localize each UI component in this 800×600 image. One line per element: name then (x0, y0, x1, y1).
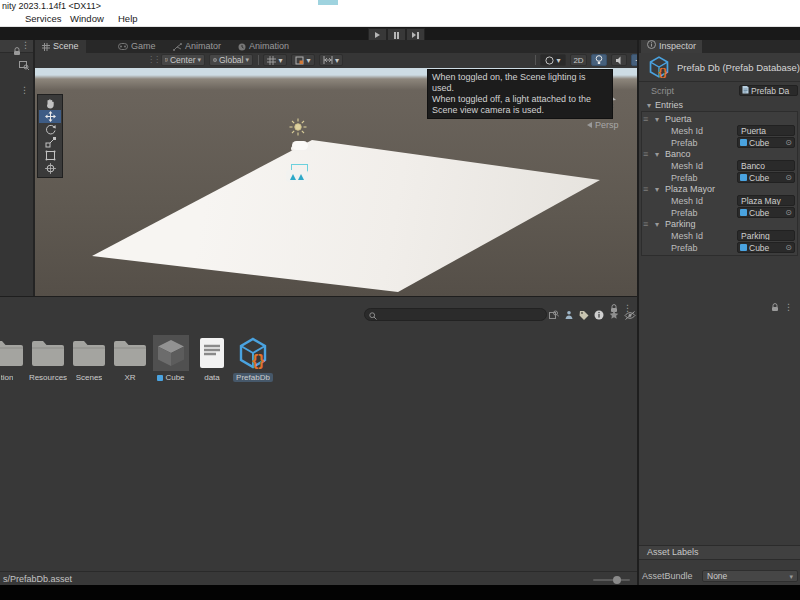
transform-tool[interactable] (39, 162, 61, 175)
overflow-menu-icon[interactable]: ⋮ (20, 86, 29, 95)
script-field[interactable]: Prefab Da (739, 85, 798, 96)
move-tool[interactable] (39, 110, 61, 123)
thumbnail-zoom-slider[interactable] (593, 579, 630, 581)
foldout-arrow-icon[interactable]: ▾ (655, 150, 659, 160)
search-input[interactable] (380, 310, 530, 320)
prefab-object-field[interactable]: Cube ⊙ (737, 207, 795, 218)
project-item[interactable]: {} Resources (28, 335, 68, 382)
grid-icon (267, 56, 276, 65)
object-picker-icon[interactable]: ⊙ (785, 243, 792, 253)
grid-visibility-dropdown[interactable]: ▾ (263, 54, 287, 66)
prefab-object-field[interactable]: Cube ⊙ (737, 172, 795, 183)
prefab-object-field[interactable]: Cube ⊙ (737, 242, 795, 253)
menu-services[interactable]: Services (25, 12, 61, 26)
project-item[interactable]: {} Scenes (69, 335, 109, 382)
entries-foldout[interactable]: ▾ Entries (647, 100, 683, 110)
project-item[interactable]: {} data (192, 335, 232, 382)
audio-toggle[interactable] (611, 54, 627, 66)
project-item-label: tion (1, 373, 14, 382)
inspector-entry: ≡ ▾ Banco Mesh Id Banco Prefab Cube ⊙ (642, 149, 797, 184)
menu-window[interactable]: Window (70, 12, 104, 26)
entry-name: Plaza Mayor (665, 184, 715, 195)
info-icon[interactable] (594, 306, 604, 324)
inspector-mid-controls: ⋮ (771, 298, 793, 316)
project-item[interactable]: {} PrefabDb (233, 335, 273, 382)
step-icon (412, 32, 416, 38)
persp-arrow-icon (587, 122, 592, 128)
object-picker-icon[interactable]: ⊙ (785, 138, 792, 148)
object-picker-icon[interactable]: ⊙ (785, 208, 792, 218)
panel-menu-icon[interactable]: ⋮ (21, 41, 30, 50)
foldout-arrow-icon[interactable]: ▾ (655, 115, 659, 125)
sun-light-gizmo-icon[interactable] (289, 118, 307, 140)
light-bulb-icon (595, 55, 603, 65)
menu-help[interactable]: Help (118, 12, 138, 26)
tab-game[interactable]: Game (111, 40, 163, 53)
mesh-id-field[interactable]: Banco (737, 160, 795, 171)
overlay-drag-handle[interactable]: ⋮⋮ (147, 55, 159, 64)
tab-inspector[interactable]: Inspector (641, 40, 702, 53)
toggle-2d-button[interactable]: 2D (570, 54, 587, 66)
panel-menu-icon[interactable]: ⋮ (784, 303, 793, 312)
favorites-star-icon[interactable] (609, 306, 619, 324)
asset-labels-header[interactable]: Asset Labels (639, 545, 800, 560)
inspector-tab-icon (647, 40, 656, 53)
object-picker-icon[interactable]: ⊙ (785, 173, 792, 183)
drag-handle-icon[interactable]: ≡ (643, 114, 648, 125)
drag-handle-icon[interactable]: ≡ (643, 219, 648, 230)
scale-tool[interactable] (39, 136, 61, 149)
mesh-id-field[interactable]: Puerta (737, 125, 795, 136)
slider-thumb[interactable] (613, 576, 621, 584)
project-item-label: Cube (165, 373, 184, 382)
prefab-cube-icon (740, 244, 747, 251)
hidden-count-eye-icon[interactable] (624, 306, 636, 324)
foldout-arrow-icon[interactable]: ▾ (655, 220, 659, 230)
tab-animation[interactable]: Animation (231, 40, 296, 53)
window-title: nity 2023.1.14f1 <DX11> (2, 0, 101, 12)
project-item[interactable]: {} Cube (151, 335, 191, 382)
orientation-dropdown[interactable]: Global▾ (209, 54, 253, 66)
grid-snap-dropdown[interactable]: ▾ (319, 54, 343, 66)
draw-mode-dropdown[interactable]: ▾ (540, 54, 566, 66)
entry-name: Puerta (665, 114, 692, 125)
prefab-label: Prefab (671, 173, 698, 183)
pivot-mode-dropdown[interactable]: Center▾ (161, 54, 205, 66)
scene-lighting-toggle[interactable] (591, 54, 607, 66)
tab-scene[interactable]: Scene (35, 40, 86, 53)
snap-settings-dropdown[interactable]: ▾ (291, 54, 315, 66)
project-item-label: Resources (29, 373, 67, 382)
chevron-down-icon: ▾ (789, 571, 793, 582)
folder-icon (112, 338, 148, 368)
project-search[interactable] (364, 308, 547, 321)
mesh-id-field[interactable]: Parking (737, 230, 795, 241)
project-item[interactable]: {} tion (0, 335, 27, 382)
drag-handle-icon[interactable]: ≡ (643, 149, 648, 160)
scriptable-object-icon: {} (236, 336, 270, 370)
project-item[interactable]: {} XR (110, 335, 150, 382)
asset-thumbnail: {} (153, 335, 189, 371)
assetbundle-dropdown[interactable]: None ▾ (702, 570, 798, 582)
scene-viewport[interactable]: z Persp When toggled on, the Scene light… (35, 68, 637, 296)
search-by-type-icon[interactable] (564, 306, 574, 324)
camera-gizmo-icon[interactable] (286, 170, 308, 182)
rect-tool[interactable] (39, 149, 61, 162)
lock-icon[interactable] (771, 298, 779, 316)
open-search-icon[interactable] (549, 306, 559, 324)
asset-header: {} Prefab Db (Prefab Database) (639, 53, 800, 79)
shaded-sphere-icon (545, 56, 554, 65)
window-zoom-icon[interactable] (19, 56, 29, 74)
prefab-object-field[interactable]: Cube ⊙ (737, 137, 795, 148)
scene-window: Scene Game Animator Animation ⋮⋮ Center▾ (35, 40, 637, 296)
projection-toggle[interactable]: Persp (587, 120, 619, 130)
drag-handle-icon[interactable]: ≡ (643, 184, 648, 195)
view-hand-tool[interactable] (39, 97, 61, 110)
foldout-arrow-icon[interactable]: ▾ (655, 185, 659, 195)
folder-icon (71, 338, 107, 368)
search-by-label-icon[interactable] (579, 306, 589, 324)
mesh-id-field[interactable]: Plaza May (737, 195, 795, 206)
inspector-panel: Inspector {} Prefab Db (Prefab Database)… (637, 40, 800, 585)
script-icon (742, 85, 749, 96)
tab-animator[interactable]: Animator (166, 40, 228, 53)
rotate-tool[interactable] (39, 123, 61, 136)
script-row: Script Prefab Da (639, 85, 800, 97)
